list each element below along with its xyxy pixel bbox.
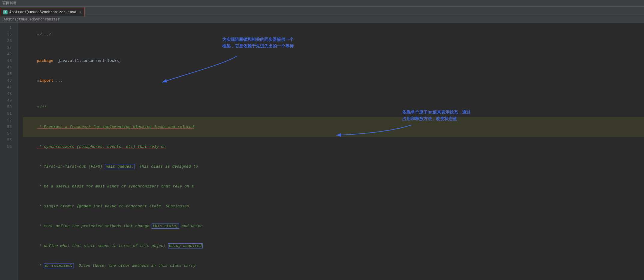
tab-filename: AbstractQueuedSynchronizer.java bbox=[9, 10, 76, 14]
code-line-50: * define what that state means in terms … bbox=[23, 236, 644, 256]
code-line-45: * synchronizers (semaphores, events, etc… bbox=[23, 137, 644, 157]
code-line-35 bbox=[23, 44, 644, 51]
code-line-37: ⊟import ... bbox=[23, 71, 644, 91]
code-line-43: ⊟/** bbox=[23, 97, 644, 117]
code-line-1: ⊟/.../ bbox=[23, 25, 644, 44]
code-line-47: * be a useful basis for most kinds of sy… bbox=[23, 177, 644, 196]
code-line-48: * single atomic {@code int} value to rep… bbox=[23, 196, 644, 216]
active-tab[interactable]: C AbstractQueuedSynchronizer.java × bbox=[0, 8, 85, 16]
code-content[interactable]: ⊟/.../ package java.util.concurrent.lock… bbox=[18, 23, 644, 280]
tab-close[interactable]: × bbox=[79, 11, 81, 14]
tab-bar: C AbstractQueuedSynchronizer.java × bbox=[0, 7, 644, 16]
code-line-46: * first-in-first-out (FIFO) wait queues.… bbox=[23, 157, 644, 177]
code-line-42 bbox=[23, 91, 644, 97]
code-line-52: * out all queuing and blocking mechanics… bbox=[23, 276, 644, 280]
top-bar-label: 官网解释 bbox=[2, 1, 17, 6]
code-line-49: * must define the protected methods that… bbox=[23, 216, 644, 236]
code-line-44: * Provides a framework for implementing … bbox=[23, 117, 644, 137]
code-line-36: package java.util.concurrent.locks; bbox=[23, 51, 644, 71]
editor-area: 1 35 36 37 42 43 44 45 46 47 48 49 50 51… bbox=[0, 23, 644, 280]
breadcrumb: AbstractQueuedSynchronizer bbox=[4, 17, 60, 22]
line-numbers: 1 35 36 37 42 43 44 45 46 47 48 49 50 51… bbox=[0, 23, 18, 280]
top-bar: 官网解释 bbox=[0, 0, 644, 7]
code-line-51: * or released. Given these, the other me… bbox=[23, 256, 644, 276]
breadcrumb-bar: AbstractQueuedSynchronizer bbox=[0, 16, 644, 23]
tab-icon: C bbox=[3, 10, 8, 14]
